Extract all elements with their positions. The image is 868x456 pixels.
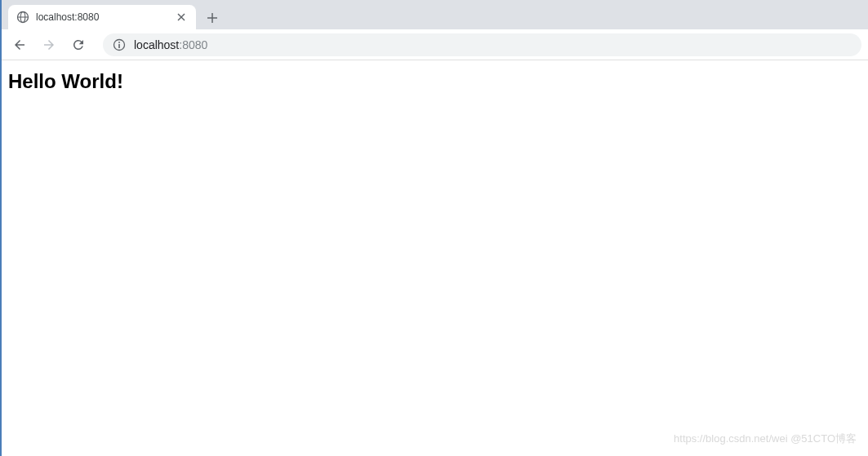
toolbar: localhost:8080 <box>2 29 868 60</box>
svg-rect-9 <box>118 44 120 48</box>
browser-tab[interactable]: localhost:8080 <box>8 5 196 29</box>
watermark: https://blog.csdn.net/wei @51CTO博客 <box>674 432 857 446</box>
reload-button[interactable] <box>67 33 90 56</box>
url-host: localhost <box>134 38 179 51</box>
url-port: :8080 <box>179 38 207 51</box>
browser-chrome: localhost:8080 <box>2 0 868 60</box>
page-heading: Hello World! <box>8 70 861 93</box>
address-bar[interactable]: localhost:8080 <box>103 33 861 56</box>
info-icon[interactable] <box>113 38 126 51</box>
page-content: Hello World! <box>2 60 868 103</box>
svg-point-8 <box>118 42 120 43</box>
forward-button[interactable] <box>38 33 60 56</box>
back-button[interactable] <box>8 33 31 56</box>
url-text: localhost:8080 <box>134 38 207 51</box>
globe-icon <box>16 11 29 24</box>
new-tab-button[interactable] <box>201 7 224 29</box>
tab-title: localhost:8080 <box>36 11 168 23</box>
tab-bar: localhost:8080 <box>2 0 868 29</box>
close-icon[interactable] <box>175 11 188 24</box>
